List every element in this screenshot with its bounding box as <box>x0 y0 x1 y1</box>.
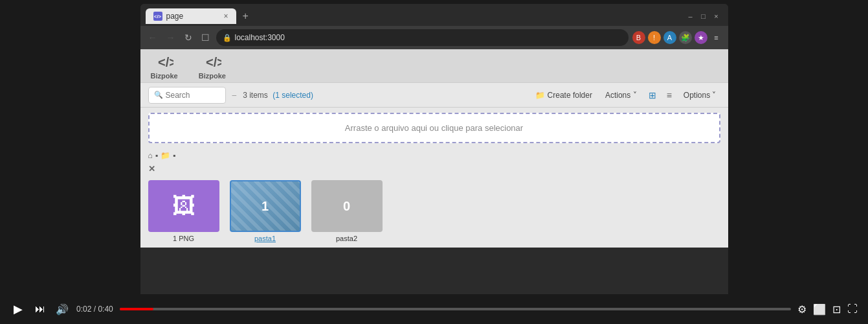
video-container: </> page × + – □ × ← → ↻ ☐ 🔒 localhost:3… <box>0 0 868 324</box>
url-text: localhost:3000 <box>235 33 285 42</box>
file-item-png[interactable]: 🖼 1 PNG <box>148 180 219 242</box>
forward-btn[interactable]: → <box>164 31 178 44</box>
bookmark-btn[interactable]: ☐ <box>199 31 212 44</box>
selection-bar: ✕ <box>140 163 728 175</box>
refresh-btn[interactable]: ↻ <box>182 31 195 44</box>
breadcrumb-folder[interactable]: 📁 <box>161 151 170 160</box>
brave-icon[interactable]: B <box>632 31 645 44</box>
address-bar: ← → ↻ ☐ 🔒 localhost:3000 B ! A 🧩 ★ ≡ <box>140 26 728 49</box>
breadcrumb-sep1: ▪ <box>155 151 158 160</box>
tab-title: page <box>166 12 184 21</box>
browser-window: </> page × + – □ × ← → ↻ ☐ 🔒 localhost:3… <box>140 4 728 324</box>
toolbar-right: 📁 Create folder Actions ˅ ⊞ ≡ Options ˅ <box>531 89 720 102</box>
items-count: 3 items (1 selected) <box>243 91 313 100</box>
close-btn[interactable]: × <box>713 12 720 20</box>
options-btn[interactable]: Options ˅ <box>680 89 720 102</box>
svg-text:</>: </> <box>158 55 173 69</box>
logo-item-1[interactable]: </> Bizpoke <box>151 52 178 80</box>
app-header: </> Bizpoke </> Bizpoke <box>140 49 728 83</box>
grid-view-btn[interactable]: ⊞ <box>646 89 659 102</box>
folder2-count: 0 <box>343 199 350 214</box>
create-folder-btn[interactable]: 📁 Create folder <box>531 89 596 102</box>
new-tab-btn[interactable]: + <box>239 10 252 22</box>
alert-icon[interactable]: ! <box>648 31 661 44</box>
progress-bar[interactable] <box>120 308 791 310</box>
time-display: 0:02 / 0:40 <box>76 305 113 314</box>
file-label-pasta2: pasta2 <box>336 235 357 242</box>
tab-favicon: </> <box>153 12 162 21</box>
star-icon[interactable]: ★ <box>695 31 707 44</box>
breadcrumb-home[interactable]: ⌂ <box>148 151 153 160</box>
png-icon: 🖼 <box>172 192 195 220</box>
file-label-png: 1 PNG <box>173 235 194 242</box>
file-item-pasta2[interactable]: 0 pasta2 <box>311 180 383 242</box>
tab-bar: </> page × + – □ × <box>140 4 728 26</box>
active-tab[interactable]: </> page × <box>146 8 236 24</box>
close-selection-btn[interactable]: ✕ <box>148 164 155 174</box>
file-thumb-png: 🖼 <box>148 180 219 232</box>
fullscreen-btn[interactable]: ⛶ <box>847 303 858 315</box>
file-item-pasta1[interactable]: 1 pasta1 <box>230 180 301 242</box>
search-box[interactable]: 🔍 <box>148 87 226 104</box>
file-thumb-pasta1: 1 <box>230 180 301 232</box>
folder-icon: 📁 <box>535 91 545 100</box>
settings-btn[interactable]: ⚙ <box>797 303 807 316</box>
logo-icon-1: </> <box>155 52 173 71</box>
lock-icon: 🔒 <box>223 34 232 42</box>
play-pause-btn[interactable]: ▶ <box>10 301 26 317</box>
search-icon: 🔍 <box>154 91 163 99</box>
logo-item-2[interactable]: </> Bizpoke <box>199 52 226 80</box>
actions-btn[interactable]: Actions ˅ <box>601 89 641 102</box>
logo-icon-2: </> <box>203 52 221 71</box>
page-content: </> Bizpoke </> Bizpoke 🔍 – <box>140 49 728 248</box>
account-icon[interactable]: A <box>663 31 676 44</box>
drop-zone[interactable]: Arraste o arquivo aqui ou clique para se… <box>148 113 720 143</box>
minimize-btn[interactable]: – <box>687 12 695 20</box>
vc-right: ⚙ ⬜ ⊡ ⛶ <box>797 303 858 316</box>
window-controls: – □ × <box>687 12 723 20</box>
file-grid: 🖼 1 PNG 1 pasta1 0 pa <box>140 175 728 248</box>
search-input[interactable] <box>166 91 211 100</box>
tab-close-btn[interactable]: × <box>223 12 228 21</box>
file-thumb-pasta2: 0 <box>311 180 383 232</box>
maximize-btn[interactable]: □ <box>700 12 707 20</box>
theater-btn[interactable]: ⬜ <box>813 303 826 316</box>
file-label-pasta1[interactable]: pasta1 <box>254 235 276 242</box>
volume-btn[interactable]: 🔊 <box>54 301 70 317</box>
browser-icons: B ! A 🧩 ★ ≡ <box>632 31 723 44</box>
breadcrumb-sep2: ▪ <box>173 151 175 160</box>
menu-icon[interactable]: ≡ <box>710 31 723 44</box>
progress-fill <box>120 308 153 310</box>
svg-text:</>: </> <box>206 55 221 69</box>
items-separator: – <box>232 91 237 100</box>
breadcrumb: ⌂ ▪ 📁 ▪ <box>140 148 728 163</box>
miniplayer-btn[interactable]: ⊡ <box>832 303 841 316</box>
url-box[interactable]: 🔒 localhost:3000 <box>216 29 629 46</box>
skip-btn[interactable]: ⏭ <box>32 301 48 317</box>
extension-icon[interactable]: 🧩 <box>679 31 692 44</box>
toolbar: 🔍 – 3 items (1 selected) 📁 Create folder… <box>140 83 728 108</box>
folder1-count: 1 <box>262 199 269 214</box>
logo-label-1: Bizpoke <box>151 72 178 80</box>
back-btn[interactable]: ← <box>146 31 160 44</box>
list-view-btn[interactable]: ≡ <box>664 89 674 102</box>
logo-label-2: Bizpoke <box>199 72 226 80</box>
dropzone-text: Arraste o arquivo aqui ou clique para se… <box>345 123 523 133</box>
video-controls: ▶ ⏭ 🔊 0:02 / 0:40 ⚙ ⬜ ⊡ ⛶ <box>0 294 868 324</box>
